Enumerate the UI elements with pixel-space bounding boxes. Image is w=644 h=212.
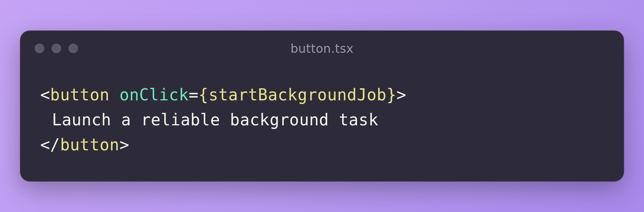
tag-name-close: button [60,135,120,154]
angle-open-slash: </ [40,135,60,154]
code-editor: <button onClick={startBackgroundJob}> La… [20,66,624,181]
brace-open: { [198,85,208,104]
close-icon[interactable] [35,44,44,53]
expression: startBackgroundJob [208,85,386,104]
code-line-1: <button onClick={startBackgroundJob}> [40,82,604,107]
angle-open: < [40,85,50,104]
window-filename: button.tsx [291,42,354,56]
minimize-icon[interactable] [52,44,61,53]
equals: = [189,85,199,104]
window-controls [35,44,78,53]
code-line-2: Launch a reliable background task [40,107,604,132]
code-window: button.tsx <button onClick={startBackgro… [20,31,624,181]
maximize-icon[interactable] [68,44,78,53]
angle-close-end: > [120,135,130,154]
window-titlebar: button.tsx [20,31,624,66]
button-text: Launch a reliable background task [52,110,378,129]
code-line-3: </button> [40,132,604,157]
space [109,85,120,104]
tag-name: button [50,85,110,104]
attr-name: onClick [120,85,189,104]
brace-close: } [386,85,396,104]
angle-close: > [396,85,407,104]
